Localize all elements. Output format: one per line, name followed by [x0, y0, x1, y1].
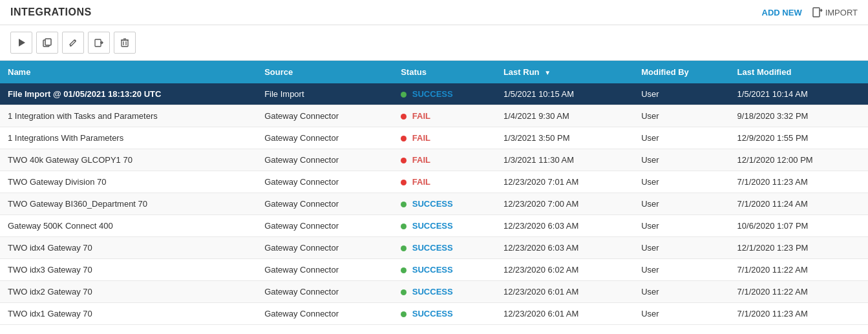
cell-source: Gateway Connector [257, 237, 393, 259]
col-header-name[interactable]: Name [0, 61, 257, 83]
cell-modified-by: User [633, 149, 729, 171]
cell-status: FAIL [393, 171, 496, 193]
status-dot-icon [401, 311, 407, 317]
cell-last-modified: 7/1/2020 11:22 AM [730, 281, 868, 303]
cell-modified-by: User [633, 193, 729, 215]
cell-name: 1 Integration with Tasks and Parameters [0, 105, 257, 127]
svg-rect-10 [122, 40, 128, 47]
cell-name: TWO idx3 Gateway 70 [0, 259, 257, 281]
cell-last-modified: 7/1/2020 11:23 AM [730, 303, 868, 325]
cell-modified-by: User [633, 215, 729, 237]
cell-name: TWO Gateway BI360_Department 70 [0, 193, 257, 215]
status-label: FAIL [412, 111, 430, 121]
svg-rect-0 [813, 8, 820, 17]
cell-source: Gateway Connector [257, 303, 393, 325]
table-row[interactable]: TWO idx3 Gateway 70 Gateway Connector SU… [0, 259, 868, 281]
cell-source: Gateway Connector [257, 281, 393, 303]
cell-modified-by: User [633, 127, 729, 149]
status-dot-icon [401, 267, 407, 273]
table-row[interactable]: TWO idx4 Gateway 70 Gateway Connector SU… [0, 237, 868, 259]
cell-last-run: 12/23/2020 6:03 AM [496, 215, 633, 237]
cell-source: Gateway Connector [257, 149, 393, 171]
status-dot-icon [401, 202, 407, 207]
cell-last-modified: 9/18/2020 3:32 PM [730, 105, 868, 127]
add-new-button[interactable]: ADD NEW [762, 8, 802, 17]
col-header-last-run[interactable]: Last Run ▼ [496, 61, 633, 83]
copy-icon [43, 38, 52, 47]
cell-modified-by: User [633, 237, 729, 259]
status-label: FAIL [412, 155, 430, 165]
status-label: SUCCESS [412, 199, 453, 209]
cell-last-modified: 12/1/2020 12:00 PM [730, 149, 868, 171]
status-label: SUCCESS [412, 243, 453, 253]
cell-last-run: 1/5/2021 10:15 AM [496, 83, 633, 105]
cell-last-modified: 7/1/2020 11:24 AM [730, 193, 868, 215]
table-row[interactable]: Gateway 500K Connect 400 Gateway Connect… [0, 215, 868, 237]
col-header-source[interactable]: Source [257, 61, 393, 83]
cell-name: TWO 40k Gateway GLCOPY1 70 [0, 149, 257, 171]
cell-status: FAIL [393, 149, 496, 171]
table-row[interactable]: TWO 40k Gateway GLCOPY1 70 Gateway Conne… [0, 149, 868, 171]
copy-button[interactable] [36, 32, 58, 54]
run-button[interactable] [10, 32, 32, 54]
status-dot-icon [401, 289, 407, 295]
cell-name: TWO idx2 Gateway 70 [0, 281, 257, 303]
svg-marker-4 [19, 39, 25, 47]
cell-source: Gateway Connector [257, 215, 393, 237]
import-button[interactable]: IMPORT [812, 7, 858, 17]
table-row[interactable]: File Import @ 01/05/2021 18:13:20 UTC Fi… [0, 83, 868, 105]
cell-name: TWO idx1 Gateway 70 [0, 303, 257, 325]
status-label: SUCCESS [412, 221, 453, 231]
cell-last-run: 12/23/2020 6:03 AM [496, 237, 633, 259]
cell-last-modified: 7/1/2020 11:23 AM [730, 171, 868, 193]
col-header-last-modified[interactable]: Last Modified [730, 61, 868, 83]
cell-status: SUCCESS [393, 303, 496, 325]
export-icon [94, 38, 103, 47]
table-row[interactable]: TWO idx2 Gateway 70 Gateway Connector SU… [0, 281, 868, 303]
cell-last-run: 1/4/2021 9:30 AM [496, 105, 633, 127]
cell-last-modified: 12/9/2020 1:55 PM [730, 127, 868, 149]
table-row[interactable]: 1 Integration with Tasks and Parameters … [0, 105, 868, 127]
delete-icon [120, 38, 129, 47]
cell-name: 1 Integrations With Parameters [0, 127, 257, 149]
cell-status: SUCCESS [393, 281, 496, 303]
col-header-status[interactable]: Status [393, 61, 496, 83]
col-header-modified-by[interactable]: Modified By [633, 61, 729, 83]
status-label: SUCCESS [412, 265, 453, 275]
cell-name: Gateway 500K Connect 400 [0, 215, 257, 237]
cell-modified-by: User [633, 281, 729, 303]
cell-last-run: 12/23/2020 7:00 AM [496, 193, 633, 215]
cell-modified-by: User [633, 259, 729, 281]
cell-source: Gateway Connector [257, 171, 393, 193]
cell-name: TWO idx4 Gateway 70 [0, 237, 257, 259]
status-dot-icon [401, 245, 407, 251]
cell-last-modified: 1/5/2021 10:14 AM [730, 83, 868, 105]
edit-button[interactable] [62, 32, 84, 54]
table-row[interactable]: 1 Integrations With Parameters Gateway C… [0, 127, 868, 149]
integrations-table: Name Source Status Last Run ▼ Modified B… [0, 61, 868, 325]
delete-button[interactable] [114, 32, 136, 54]
cell-last-modified: 7/1/2020 11:22 AM [730, 259, 868, 281]
cell-modified-by: User [633, 303, 729, 325]
table-header-row: Name Source Status Last Run ▼ Modified B… [0, 61, 868, 83]
table-row[interactable]: TWO idx1 Gateway 70 Gateway Connector SU… [0, 303, 868, 325]
cell-last-run: 12/23/2020 6:01 AM [496, 303, 633, 325]
cell-status: SUCCESS [393, 259, 496, 281]
cell-source: Gateway Connector [257, 105, 393, 127]
cell-status: SUCCESS [393, 237, 496, 259]
integrations-table-container: Name Source Status Last Run ▼ Modified B… [0, 61, 868, 325]
status-label: SUCCESS [412, 89, 453, 99]
status-dot-icon [401, 158, 407, 163]
cell-source: Gateway Connector [257, 193, 393, 215]
cell-status: FAIL [393, 105, 496, 127]
import-icon [812, 7, 823, 17]
table-row[interactable]: TWO Gateway BI360_Department 70 Gateway … [0, 193, 868, 215]
cell-source: File Import [257, 83, 393, 105]
table-row[interactable]: TWO Gateway Division 70 Gateway Connecto… [0, 171, 868, 193]
cell-status: SUCCESS [393, 215, 496, 237]
status-dot-icon [401, 136, 407, 141]
page-header: INTEGRATIONS ADD NEW IMPORT [0, 0, 868, 25]
cell-modified-by: User [633, 105, 729, 127]
export-button[interactable] [88, 32, 110, 54]
status-label: FAIL [412, 133, 430, 143]
